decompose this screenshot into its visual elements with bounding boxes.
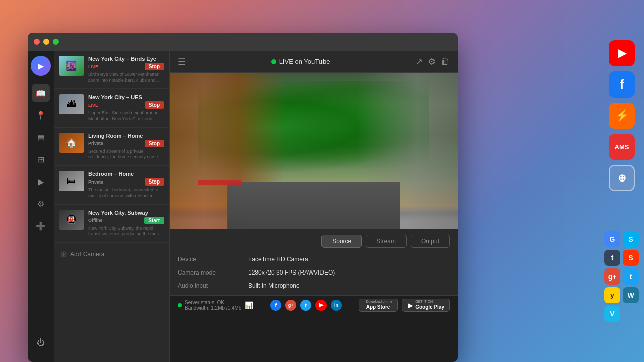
camera-desc-bedroom: The master bedroom, connected to my list… (88, 187, 164, 199)
app-store-top-text: Download on the (366, 300, 393, 304)
wordpress-icon[interactable]: W (623, 287, 639, 303)
app-store-text: Download on the App Store (366, 300, 393, 310)
yelp-icon[interactable]: y (604, 287, 620, 303)
bandwidth-icon: 📊 (245, 301, 253, 309)
camera-desc-living-room: Secured stream of a private residence, t… (88, 149, 164, 160)
camera-status-row-living-room: Private Stop (88, 140, 164, 147)
vimeo-icon[interactable]: V (604, 306, 620, 322)
camera-item-bedroom[interactable]: 🛏 Bedroom – Home Private Stop The master… (54, 166, 169, 204)
google-play-button[interactable]: ▶ GET IT ON Google Play (402, 299, 450, 312)
live-indicator: LIVE on YouTube (192, 58, 409, 65)
stop-button-living-room[interactable]: Stop (145, 140, 164, 147)
sidebar-item-location[interactable]: 📍 (32, 106, 50, 124)
server-status-dot (178, 303, 182, 307)
tab-stream[interactable]: Stream (366, 235, 407, 248)
social-twitter[interactable]: t (300, 300, 311, 311)
stop-button-nyc-ues[interactable]: Stop (145, 101, 164, 109)
start-button-subway[interactable]: Start (144, 217, 164, 224)
social-youtube[interactable]: ▶ (315, 300, 327, 311)
minimize-button[interactable] (43, 39, 49, 45)
camera-thumb-subway: 🚇 (59, 210, 84, 230)
tab-source[interactable]: Source (321, 235, 362, 248)
sidebar-item-list[interactable]: ▤ (32, 128, 50, 146)
desktop-small-icons: G S t S g+ t y W V (604, 231, 639, 322)
status-badge-bedroom: Private (88, 179, 103, 185)
video-preview-inner (170, 73, 458, 229)
camera-desc-nyc-ues: Upper East Side and neighborhood, Manhat… (88, 110, 164, 122)
social-googleplus[interactable]: g+ (285, 300, 296, 311)
status-bar: Server status: OK Bandwidth: 1.2Mb /1.4M… (170, 295, 458, 314)
social-facebook[interactable]: f (270, 300, 281, 311)
red-banner (198, 180, 242, 185)
camera-thumb-nyc-birds: 🌆 (59, 56, 84, 76)
server-status: Server status: OK Bandwidth: 1.2Mb /1.4M… (178, 300, 253, 311)
camera-list: 🌆 New York City – Birds Eye LIVE Stop Bi… (54, 51, 170, 362)
camera-status-row-subway: Offline Start (88, 217, 164, 224)
maximize-button[interactable] (53, 39, 59, 45)
top-bar-actions: ↗ ⚙ 🗑 (415, 56, 450, 67)
stop-button-nyc-birds[interactable]: Stop (145, 63, 164, 70)
add-camera-button[interactable]: ⊕ Add Camera (54, 243, 169, 266)
camera-mode-label: Camera mode (178, 269, 248, 276)
camera-info-subway: New York City, Subway Offline Start New … (88, 210, 164, 237)
googleplus-icon[interactable]: g+ (604, 268, 620, 285)
camera-item-living-room[interactable]: 🏠 Living Room – Home Private Stop Secure… (54, 128, 169, 166)
camera-thumb-nyc-ues: 🏙 (59, 94, 84, 114)
camera-name-nyc-birds: New York City – Birds Eye (88, 56, 164, 62)
main-content: ▶ 📖 📍 ▤ ⊞ ▶ ⚙ ➕ ⏻ 🌆 New York City – Bird… (28, 51, 458, 362)
menu-button[interactable]: ☰ (178, 56, 186, 67)
social-linkedin[interactable]: in (331, 300, 342, 311)
sidebar-item-video[interactable]: ▶ (32, 172, 50, 191)
camera-name-bedroom: Bedroom – Home (88, 171, 164, 177)
device-value: FaceTime HD Camera (248, 256, 450, 263)
titlebar (28, 33, 458, 51)
camera-item-nyc-birds[interactable]: 🌆 New York City – Birds Eye LIVE Stop Bi… (54, 51, 169, 89)
camera-name-living-room: Living Room – Home (88, 133, 164, 139)
facebook-icon[interactable]: f (609, 71, 635, 98)
close-button[interactable] (34, 39, 40, 45)
live-dot (271, 59, 276, 64)
audio-input-label: Audio input (178, 282, 248, 289)
youtube-icon[interactable]: ▶ (609, 40, 635, 66)
camera-status-row-bedroom: Private Stop (88, 178, 164, 186)
desktop-icons-panel: ▶ f ⚡ AMS ⊕ (609, 40, 635, 191)
app-store-button[interactable]: Download on the App Store (359, 299, 398, 312)
sidebar-item-settings[interactable]: ⚙ (32, 195, 50, 213)
tab-row: Source Stream Output (178, 235, 450, 248)
traffic-lights (34, 39, 59, 45)
add-camera-icon: ⊕ (60, 249, 67, 260)
twitter-sm-icon[interactable]: t (623, 268, 639, 285)
camera-mode-value: 644x362 30 FPS (RAWVIDEO) (248, 269, 450, 276)
camera-name-nyc-ues: New York City – UES (88, 94, 164, 100)
google-icon[interactable]: G (604, 231, 620, 247)
sidebar-item-power[interactable]: ⏻ (32, 334, 50, 352)
camera-info-bedroom: Bedroom – Home Private Stop The master b… (88, 171, 164, 199)
settings-button[interactable]: ⚙ (428, 56, 436, 67)
scribd-icon[interactable]: S (623, 250, 639, 266)
sidebar-item-book[interactable]: 📖 (32, 84, 50, 102)
live-text: LIVE on YouTube (279, 58, 330, 65)
camera-info-living-room: Living Room – Home Private Stop Secured … (88, 133, 164, 160)
sidebar-item-grid[interactable]: ⊞ (32, 150, 50, 168)
target-icon[interactable]: ⊕ (609, 165, 635, 191)
camera-item-subway[interactable]: 🚇 New York City, Subway Offline Start Ne… (54, 205, 169, 243)
tumblr-icon[interactable]: t (604, 250, 620, 266)
camera-item-nyc-ues[interactable]: 🏙 New York City – UES LIVE Stop Upper Ea… (54, 89, 169, 127)
ams-icon[interactable]: AMS (609, 134, 635, 160)
trash-button[interactable]: 🗑 (441, 56, 450, 67)
status-badge-living-room: Private (88, 141, 103, 146)
stop-button-bedroom[interactable]: Stop (145, 178, 164, 186)
share-button[interactable]: ↗ (415, 56, 423, 67)
sidebar: ▶ 📖 📍 ▤ ⊞ ▶ ⚙ ➕ ⏻ (28, 51, 54, 362)
road-element (227, 182, 400, 229)
camera-status-row-nyc-birds: LIVE Stop (88, 63, 164, 70)
lightning-icon[interactable]: ⚡ (609, 103, 635, 129)
sidebar-item-add[interactable]: ➕ (32, 217, 50, 235)
device-info: Device FaceTime HD Camera Camera mode 12… (178, 256, 450, 289)
tab-output[interactable]: Output (411, 235, 450, 248)
audio-input-value: Built-in Microphone (248, 282, 450, 289)
video-preview (170, 73, 458, 229)
app-logo[interactable]: ▶ (31, 56, 51, 76)
skype-icon[interactable]: S (623, 231, 639, 247)
camera-info-nyc-ues: New York City – UES LIVE Stop Upper East… (88, 94, 164, 122)
